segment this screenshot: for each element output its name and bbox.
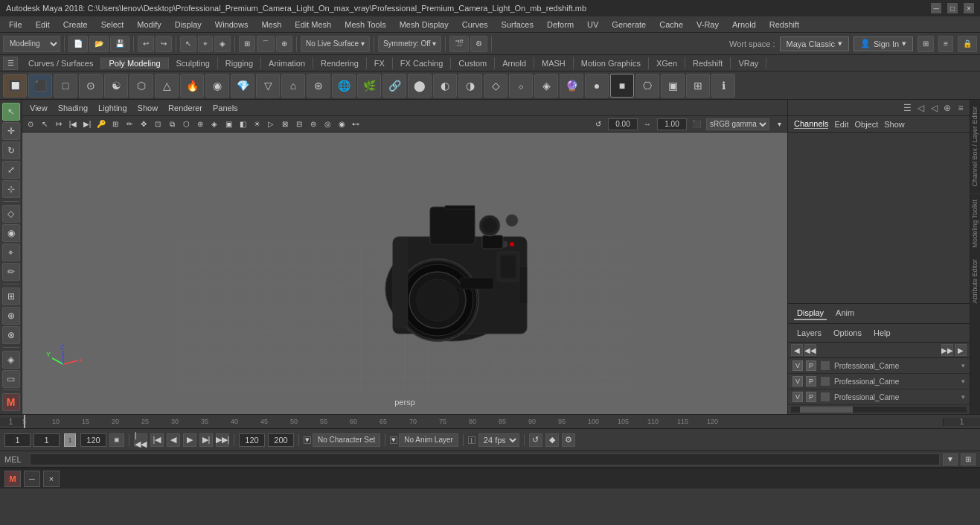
layer-expand-2[interactable]: ▾ xyxy=(961,378,965,385)
go-end-button[interactable]: ▶▶| xyxy=(216,433,229,447)
shelf-icon-23[interactable]: 🔮 xyxy=(560,74,583,98)
vp-icon-next[interactable]: ▶| xyxy=(80,118,94,131)
vp-icon-camera[interactable]: ⊙ xyxy=(24,118,37,131)
shelf-icon-14[interactable]: 🌐 xyxy=(332,74,356,98)
rp-anim-tab[interactable]: Anim xyxy=(833,307,857,320)
vp-menu-view[interactable]: View xyxy=(25,102,52,114)
loop-button[interactable]: ↺ xyxy=(529,433,542,447)
rotate-tool-left[interactable]: ↻ xyxy=(2,141,20,159)
sign-in-button[interactable]: 👤 Sign In ▾ xyxy=(854,36,913,51)
vp-menu-show[interactable]: Show xyxy=(133,102,163,114)
shelf-tab-vray[interactable]: VRay xyxy=(731,57,766,69)
vp-icon-quad[interactable]: ⧉ xyxy=(165,118,179,131)
rp-tab-channels[interactable]: Channels xyxy=(794,119,828,129)
step-back-button[interactable]: |◀ xyxy=(150,433,164,447)
close-button[interactable]: × xyxy=(964,3,974,13)
vp-rotate-icon[interactable]: ↺ xyxy=(592,118,605,131)
shelf-tab-rigging[interactable]: Rigging xyxy=(218,57,261,69)
shelf-icon-4[interactable]: ⊙ xyxy=(79,74,103,98)
vp-icon-select[interactable]: ↖ xyxy=(38,118,51,131)
paint-select-button[interactable]: ◈ xyxy=(214,36,231,52)
open-file-button[interactable]: 📂 xyxy=(89,36,109,52)
vp-menu-lighting[interactable]: Lighting xyxy=(94,102,132,114)
rp-tab-show[interactable]: Show xyxy=(884,120,905,129)
vp-scale-icon[interactable]: ↔ xyxy=(641,118,654,131)
range-end-field[interactable] xyxy=(268,433,294,447)
shelf-tab-animation[interactable]: Animation xyxy=(261,57,313,69)
vp-icon-deform[interactable]: ◈ xyxy=(208,118,221,131)
lock-button[interactable]: 🔒 xyxy=(958,36,977,52)
layer-p-3[interactable]: P xyxy=(806,392,816,402)
redo-button[interactable]: ↪ xyxy=(156,36,172,52)
soft-select-left[interactable]: ◇ xyxy=(2,205,20,223)
shelf-icon-17[interactable]: ⬤ xyxy=(408,74,432,98)
lasso-tool-button[interactable]: ⌖ xyxy=(198,36,213,52)
shelf-tab-fx-caching[interactable]: FX Caching xyxy=(393,57,451,69)
rp-display-tab[interactable]: Display xyxy=(794,307,827,320)
shelf-icon-8[interactable]: 🔥 xyxy=(180,74,204,98)
vp-icon-grid[interactable]: ⊞ xyxy=(109,118,122,131)
vp-icon-soft[interactable]: ⬡ xyxy=(179,118,193,131)
shelf-icon-3[interactable]: □ xyxy=(54,74,77,98)
snap-curve-button[interactable]: ⌒ xyxy=(257,36,275,52)
mel-input[interactable] xyxy=(30,454,940,465)
vp-gamma-expand[interactable]: ▾ xyxy=(772,118,786,131)
vp-icon-3d[interactable]: ⊟ xyxy=(292,118,306,131)
rp-icon-3[interactable]: ◁ xyxy=(928,102,940,114)
vp-icon-face[interactable]: ◧ xyxy=(236,118,249,131)
playback-range-box[interactable]: ▣ xyxy=(109,433,124,447)
menu-vray[interactable]: V-Ray xyxy=(691,19,725,31)
shelf-tab-rendering[interactable]: Rendering xyxy=(313,57,367,69)
shelf-icon-13[interactable]: ⊛ xyxy=(307,74,330,98)
rp-help-tab[interactable]: Help xyxy=(871,327,894,339)
gamma-input[interactable] xyxy=(608,118,638,130)
playback-settings-button[interactable]: ⚙ xyxy=(562,433,575,447)
menu-curves[interactable]: Curves xyxy=(456,19,494,31)
menu-edit[interactable]: Edit xyxy=(30,19,56,31)
wireframe-button[interactable]: ▭ xyxy=(2,370,20,388)
shelf-tab-mash[interactable]: MASH xyxy=(534,57,574,69)
menu-arnold[interactable]: Arnold xyxy=(726,19,762,31)
vp-color-space-icon[interactable]: ⬛ xyxy=(690,118,703,131)
shelf-icon-9[interactable]: ◉ xyxy=(205,74,229,98)
shelf-menu-icon[interactable]: ☰ xyxy=(3,57,18,70)
shelf-icon-24[interactable]: ● xyxy=(585,74,609,98)
fps-dropdown[interactable]: 24 fps 25 fps 30 fps xyxy=(478,433,519,447)
layer-expand-3[interactable]: ▾ xyxy=(961,393,965,401)
vp-icon-wire[interactable]: ▣ xyxy=(222,118,235,131)
keyframe-button[interactable]: ◆ xyxy=(545,433,559,447)
menu-mesh[interactable]: Mesh xyxy=(255,19,287,31)
move-tool-left[interactable]: ✛ xyxy=(2,122,20,140)
shelf-icon-12[interactable]: ⌂ xyxy=(281,74,305,98)
snap-view-left[interactable]: ⊗ xyxy=(2,326,20,344)
shelf-icon-25[interactable]: ■ xyxy=(610,74,634,98)
menu-mesh-tools[interactable]: Mesh Tools xyxy=(339,19,391,31)
snap-point-button[interactable]: ⊕ xyxy=(276,36,292,52)
vp-menu-shading[interactable]: Shading xyxy=(54,102,92,114)
menu-cache[interactable]: Cache xyxy=(653,19,689,31)
rp-next-layer[interactable]: ◀◀ xyxy=(804,344,816,356)
current-frame-field[interactable] xyxy=(33,433,60,447)
menu-redshift[interactable]: Redshift xyxy=(763,19,805,31)
vp-icon-2d[interactable]: ⊠ xyxy=(278,118,292,131)
menu-deform[interactable]: Deform xyxy=(541,19,580,31)
rp-last-layer[interactable]: ▶ xyxy=(955,344,967,356)
fps-arrow[interactable]: | xyxy=(468,436,475,444)
vp-icon-snap[interactable]: ✥ xyxy=(137,118,150,131)
symmetry-dropdown[interactable]: Symmetry: Off ▾ xyxy=(378,36,442,52)
rp-icon-5[interactable]: ≡ xyxy=(955,102,967,114)
maya-icon-left[interactable]: M xyxy=(2,393,20,411)
char-set-arrow[interactable]: ▾ xyxy=(304,436,311,444)
shelf-tab-sculpting[interactable]: Sculpting xyxy=(169,57,218,69)
isolate-button[interactable]: ◈ xyxy=(2,351,20,369)
play-fwd-button[interactable]: ▶ xyxy=(183,433,196,447)
vp-menu-renderer[interactable]: Renderer xyxy=(164,102,207,114)
attribute-editor-tab[interactable]: Attribute Editor xyxy=(970,253,980,310)
rp-tab-edit[interactable]: Edit xyxy=(834,120,848,129)
shelf-tab-motion-graphics[interactable]: Motion Graphics xyxy=(574,57,649,69)
new-file-button[interactable]: 📄 xyxy=(68,36,88,52)
anim-layer-arrow[interactable]: ▾ xyxy=(390,436,397,444)
select-tool-left[interactable]: ↖ xyxy=(2,103,20,121)
shelf-tab-arnold[interactable]: Arnold xyxy=(495,57,534,69)
menu-mesh-display[interactable]: Mesh Display xyxy=(394,19,455,31)
